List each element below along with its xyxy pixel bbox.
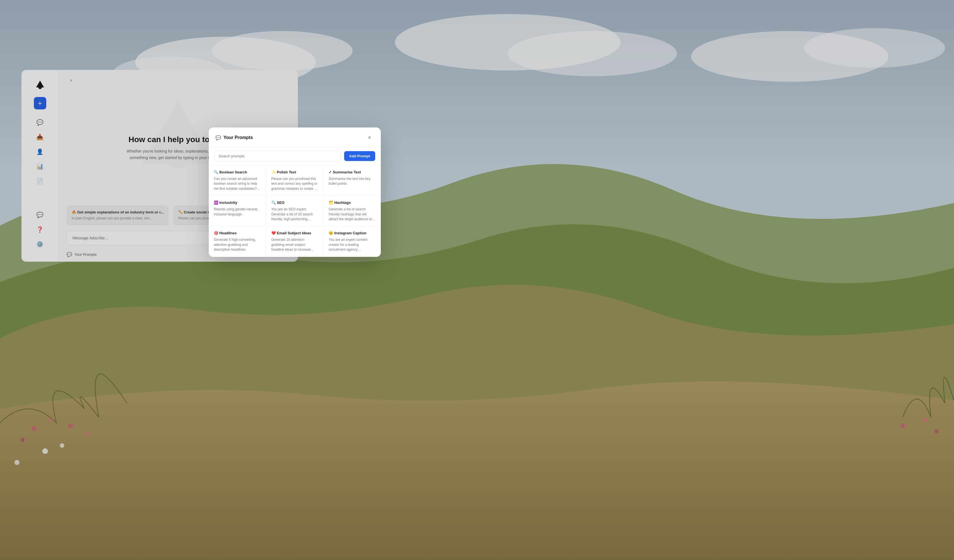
prompt-card-desc: Generate 10 attention-grabbing email sub… (271, 237, 318, 252)
prompt-card[interactable]: 😊 Instagram Caption You are an expert co… (324, 226, 381, 257)
prompt-card-title: 😊 Instagram Caption (329, 231, 376, 235)
prompt-card[interactable]: ✓ Summarise Text Summarise the text into… (324, 165, 381, 196)
prompts-grid: 🔍 Boolean Search Can you create an advan… (209, 165, 381, 257)
prompt-card-desc: Generate 5 high-converting, attention-gr… (214, 237, 261, 252)
modal-overlay[interactable] (0, 0, 954, 560)
prompt-card-desc: Can you create an advanced boolean searc… (214, 177, 261, 191)
prompt-card-title: ✨ Polish Text (271, 170, 318, 174)
prompt-card-desc: Rewrite using gender-neutral, inclusive … (214, 207, 261, 217)
prompt-card[interactable]: 🎯 Headlines Generate 5 high-converting, … (209, 226, 266, 257)
prompt-card-title: ♾️ Inclusivity (214, 201, 261, 205)
modal-title-row: 💬 Your Prompts (215, 135, 253, 140)
prompt-card-desc: You are an SEO expert. Generate a list o… (271, 207, 318, 222)
modal-header: 💬 Your Prompts × (209, 128, 381, 147)
prompt-card-desc: Please can you proofread this text and c… (271, 177, 318, 191)
modal-title: Your Prompts (223, 135, 253, 140)
prompt-card-title: 🔍 Boolean Search (214, 170, 261, 174)
prompt-card-title: ✓ Summarise Text (329, 170, 376, 174)
modal-search-row: Add Prompt (209, 147, 381, 165)
prompt-card[interactable]: 🔍 SEO You are an SEO expert. Generate a … (266, 196, 324, 226)
prompt-card-title: 🎯 Headlines (214, 231, 261, 235)
prompt-card[interactable]: ❤️ Email Subject Ideas Generate 10 atten… (266, 226, 324, 257)
prompt-card[interactable]: ✨ Polish Text Please can you proofread t… (266, 165, 324, 196)
prompt-card-desc: Generate a list of search friendly hasht… (329, 207, 376, 222)
prompt-card-desc: You are an expert content creator for a … (329, 237, 376, 252)
close-icon: × (368, 135, 371, 141)
prompt-card[interactable]: ♾️ Inclusivity Rewrite using gender-neut… (209, 196, 266, 226)
prompt-card-title: ❤️ Email Subject Ideas (271, 231, 318, 235)
prompt-card[interactable]: 🔍 Boolean Search Can you create an advan… (209, 165, 266, 196)
add-prompt-button[interactable]: Add Prompt (344, 151, 375, 161)
prompt-card[interactable]: 🗂️ Hashtags Generate a list of search fr… (324, 196, 381, 226)
modal-title-icon: 💬 (215, 135, 221, 140)
prompts-modal: 💬 Your Prompts × Add Prompt 🔍 Boolean Se… (209, 128, 381, 257)
prompt-card-desc: Summarise the text into key bullet point… (329, 177, 376, 187)
search-input[interactable] (214, 151, 341, 161)
modal-close-button[interactable]: × (365, 133, 374, 142)
prompt-card-title: 🗂️ Hashtags (329, 201, 376, 205)
prompt-card-title: 🔍 SEO (271, 201, 318, 205)
